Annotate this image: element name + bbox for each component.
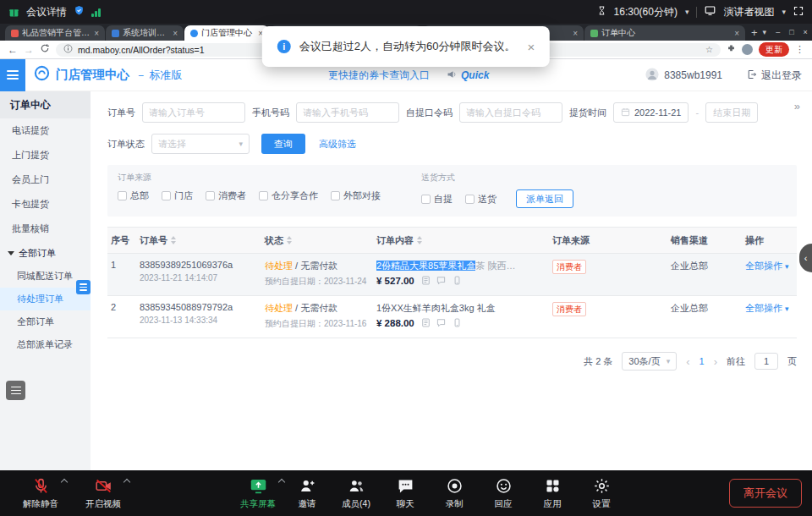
window-close-icon[interactable]: × [804, 28, 808, 36]
phone-icon[interactable] [453, 277, 462, 287]
order-status-select[interactable]: 请选择 ▾ [151, 134, 250, 154]
phone-input[interactable] [296, 102, 399, 123]
prev-page-icon[interactable]: ‹ [686, 355, 689, 368]
table-row[interactable]: 1 83859389251069376a 2023-11-21 14:14:07… [107, 254, 797, 296]
coupon-query-link[interactable]: 更快捷的券卡查询入口 [328, 69, 430, 83]
tab-close-icon[interactable]: × [734, 29, 739, 38]
reload-icon[interactable] [40, 43, 50, 56]
new-tab-button[interactable]: + [751, 26, 758, 39]
message-icon[interactable] [436, 320, 446, 329]
toast-close-icon[interactable]: × [527, 40, 535, 54]
page-size-select[interactable]: 30条/页 ▾ [622, 352, 677, 371]
next-page-icon[interactable]: › [714, 355, 717, 368]
checkbox-delivery-pickup[interactable]: 自提 [421, 193, 453, 206]
browser-tab-active[interactable]: 门店管理中心 × [184, 25, 269, 41]
sidebar-item-hq-dispatch-log[interactable]: 总部派单记录 [0, 333, 91, 356]
apps-button[interactable]: 应用 [534, 477, 571, 510]
current-page[interactable]: 1 [700, 356, 705, 366]
sidebar-item-door-pickup[interactable]: 上门提货 [0, 143, 91, 167]
phone-icon[interactable] [453, 320, 462, 329]
sidebar-group-all-orders[interactable]: 全部订单 [0, 241, 91, 265]
end-date-picker[interactable]: 结束日期 [705, 102, 758, 123]
start-date-picker[interactable]: 2022-11-21 [613, 102, 689, 123]
table-row[interactable]: 2 83859345088979792a 2023-11-13 14:33:34… [107, 296, 797, 338]
advanced-filter-link[interactable]: 高级筛选 [319, 138, 356, 151]
tab-close-icon[interactable]: × [94, 29, 99, 38]
start-video-button[interactable]: 开启视频 [85, 477, 122, 510]
invite-button[interactable]: 邀请 [288, 477, 326, 510]
message-icon[interactable] [436, 277, 446, 287]
share-options-caret-icon[interactable] [278, 478, 285, 485]
col-status[interactable]: 状态 [261, 234, 373, 247]
unmute-button[interactable]: 解除静音 [22, 477, 59, 510]
sort-icon[interactable] [417, 236, 422, 244]
bookmark-star-icon[interactable]: ☆ [705, 45, 713, 54]
browser-tab[interactable]: 系统培训学习 × [106, 25, 184, 41]
forward-icon[interactable]: → [24, 45, 34, 55]
sidebar-expand-handle[interactable] [76, 280, 91, 294]
checkbox-source-warehouse-share[interactable]: 仓分享合作 [259, 189, 318, 202]
sort-icon[interactable] [171, 236, 176, 244]
mic-options-caret-icon[interactable] [61, 478, 68, 485]
checkbox-source-external[interactable]: 外部对接 [331, 189, 381, 202]
record-button[interactable]: 录制 [436, 477, 473, 510]
col-order-no[interactable]: 订单号 [136, 234, 261, 247]
receipt-icon[interactable] [421, 277, 431, 287]
sidebar-item-all-orders[interactable]: 全部订单 [0, 310, 91, 333]
order-no-input[interactable] [142, 102, 245, 123]
row-actions-dropdown[interactable]: 全部操作 ▾ [742, 260, 797, 289]
checkbox-delivery-deliver[interactable]: 送货 [465, 193, 497, 206]
settings-button[interactable]: 设置 [583, 477, 620, 510]
share-screen-icon [250, 477, 267, 496]
tab-search-icon[interactable]: ▾ [763, 28, 767, 36]
timer-caret-icon[interactable]: ▾ [685, 8, 689, 16]
sidebar-item-phone-pickup[interactable]: 电话提货 [0, 118, 91, 143]
search-button[interactable]: 查询 [261, 134, 305, 154]
site-info-icon[interactable] [63, 44, 73, 55]
meeting-title[interactable]: 会议详情 [26, 5, 67, 19]
checkbox-source-store[interactable]: 门店 [162, 189, 193, 202]
tab-close-icon[interactable]: × [173, 29, 178, 38]
signal-icon[interactable] [91, 8, 101, 17]
floating-menu-button[interactable] [6, 381, 25, 400]
view-mode-selector[interactable]: 演讲者视图 [723, 5, 774, 19]
sidebar-item-card-pickup[interactable]: 卡包提货 [0, 192, 91, 217]
video-options-caret-icon[interactable] [123, 478, 130, 485]
browser-tab[interactable]: 订单中心 × [584, 25, 745, 41]
col-content[interactable]: 订单内容 [373, 234, 549, 247]
browser-tab[interactable]: 礼品营销平台管理中心 × [5, 25, 105, 41]
browser-update-button[interactable]: 更新 [759, 42, 789, 57]
sidebar-item-batch-verify[interactable]: 批量核销 [0, 217, 91, 241]
user-account[interactable]: 8385wb1991 [645, 59, 722, 91]
tab-close-icon[interactable]: × [573, 29, 578, 38]
quick-entry[interactable]: Quick [447, 69, 489, 82]
reaction-button[interactable]: 回应 [485, 477, 522, 510]
browser-menu-icon[interactable]: ⋮ [795, 44, 804, 55]
collapse-panel-icon[interactable]: » [794, 100, 800, 113]
view-mode-caret-icon[interactable]: ▾ [782, 8, 786, 16]
sort-icon[interactable] [287, 236, 292, 244]
menu-hamburger-button[interactable] [0, 59, 25, 91]
browser-profile-icon[interactable] [742, 44, 753, 55]
dispatch-return-button[interactable]: 派单返回 [516, 189, 573, 208]
logout-button[interactable]: 退出登录 [747, 59, 802, 91]
receipt-icon[interactable] [421, 320, 431, 329]
share-screen-button[interactable]: 共享屏幕 [239, 477, 277, 510]
chat-button[interactable]: 聊天 [387, 477, 424, 510]
extensions-icon[interactable] [727, 44, 736, 56]
fullscreen-icon[interactable] [793, 6, 804, 19]
checkbox-source-hq[interactable]: 总部 [118, 189, 149, 202]
window-minimize-icon[interactable]: – [776, 28, 780, 36]
goto-suffix: 页 [787, 355, 797, 368]
shield-check-icon[interactable] [74, 5, 85, 19]
row-actions-dropdown[interactable]: 全部操作 ▾ [742, 302, 797, 332]
back-icon[interactable]: ← [8, 45, 18, 55]
checkbox-source-consumer[interactable]: 消费者 [206, 189, 246, 202]
col-serial: 序号 [107, 234, 136, 247]
window-maximize-icon[interactable]: □ [789, 28, 793, 36]
members-button[interactable]: 成员(4) [337, 477, 375, 510]
goto-page-input[interactable] [754, 353, 778, 370]
pickup-code-input[interactable] [459, 102, 562, 123]
leave-meeting-button[interactable]: 离开会议 [729, 479, 802, 508]
sidebar-item-member-visit[interactable]: 会员上门 [0, 167, 91, 192]
